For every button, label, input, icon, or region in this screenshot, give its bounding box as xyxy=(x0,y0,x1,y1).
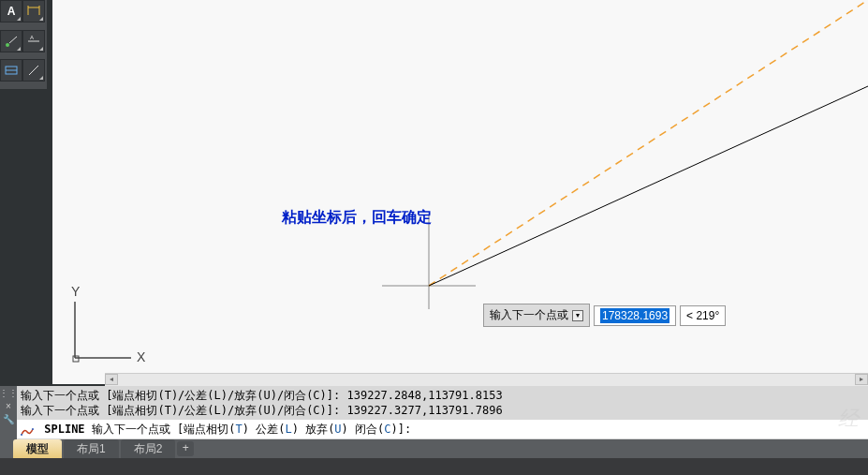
spline-segment xyxy=(429,86,868,286)
marker-tool[interactable] xyxy=(0,30,22,52)
ucs-icon: X Y xyxy=(71,284,146,364)
scroll-right-icon[interactable]: ▸ xyxy=(855,374,868,385)
dimension-tool[interactable] xyxy=(22,0,45,22)
command-line[interactable]: SPLINE 输入下一个点或 [端点相切(T) 公差(L) 放弃(U) 闭合(C… xyxy=(17,420,868,438)
cmd-config-icon[interactable]: 🔧 xyxy=(0,412,17,425)
svg-text:A: A xyxy=(30,35,34,40)
tab-layout1[interactable]: 布局1 xyxy=(64,439,119,459)
instruction-annotation: 粘贴坐标后，回车确定 xyxy=(282,208,432,228)
svg-line-9 xyxy=(29,66,38,75)
align-dim-tool[interactable]: A xyxy=(22,30,45,52)
annotation-toolbar: A A xyxy=(0,0,47,89)
svg-rect-12 xyxy=(73,356,79,362)
svg-point-16 xyxy=(32,428,34,430)
spline-icon xyxy=(21,425,34,435)
tab-model[interactable]: 模型 xyxy=(13,439,62,459)
drawing-canvas[interactable]: X Y 粘贴坐标后，回车确定 输入下一个点或 ▾ 178328.1693 < 2… xyxy=(52,0,868,384)
command-area: ⋮⋮ × 🔧 输入下一个点或 [端点相切(T)/公差(L)/放弃(U)/闭合(C… xyxy=(0,386,868,442)
svg-text:X: X xyxy=(137,349,146,364)
dropdown-icon[interactable]: ▾ xyxy=(572,310,583,321)
leader-tool[interactable] xyxy=(22,59,45,82)
text-tool[interactable]: A xyxy=(0,0,22,22)
dynamic-angle-input[interactable]: < 219° xyxy=(680,305,726,326)
svg-line-4 xyxy=(9,37,17,43)
layout-tabbar: 模型 布局1 布局2 + xyxy=(0,439,868,458)
svg-text:Y: Y xyxy=(71,284,81,299)
cmd-handle-icon[interactable]: ⋮⋮ xyxy=(0,386,17,399)
tab-add-button[interactable]: + xyxy=(177,441,194,456)
history-line: 输入下一个点或 [端点相切(T)/公差(L)/放弃(U)/闭合(C)]: 139… xyxy=(21,403,864,418)
cmd-close-icon[interactable]: × xyxy=(0,399,17,412)
horizontal-scrollbar[interactable]: ◂ ▸ xyxy=(105,373,868,386)
table-tool[interactable] xyxy=(0,59,22,82)
command-history: 输入下一个点或 [端点相切(T)/公差(L)/放弃(U)/闭合(C)]: 139… xyxy=(17,386,868,418)
svg-point-3 xyxy=(6,43,9,47)
tab-layout2[interactable]: 布局2 xyxy=(121,439,176,459)
command-text: 输入下一个点或 [端点相切(T)/公差(L)/放弃(U)/闭合(C)]: 139… xyxy=(17,386,868,442)
dynamic-coord-input[interactable]: 178328.1693 xyxy=(594,305,676,326)
scroll-left-icon[interactable]: ◂ xyxy=(105,374,118,385)
command-gutter: ⋮⋮ × 🔧 xyxy=(0,386,17,442)
dynamic-prompt: 输入下一个点或 ▾ xyxy=(483,304,590,327)
history-line: 输入下一个点或 [端点相切(T)/公差(L)/放弃(U)/闭合(C)]: 139… xyxy=(21,388,864,403)
rubber-band-line xyxy=(429,0,868,286)
svg-point-15 xyxy=(21,434,22,436)
dynamic-input: 输入下一个点或 ▾ 178328.1693 < 219° xyxy=(483,304,726,327)
status-bar xyxy=(0,458,868,475)
